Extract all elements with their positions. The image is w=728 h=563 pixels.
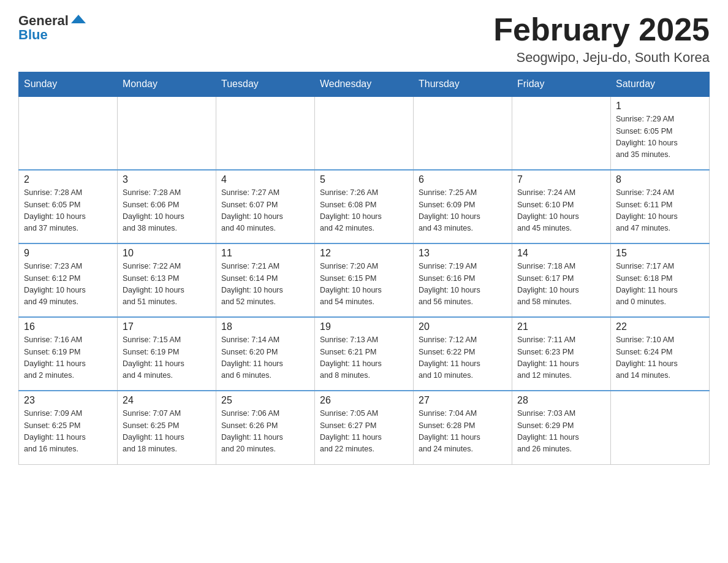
day-number: 2 <box>24 174 112 185</box>
calendar-subtitle: Seogwipo, Jeju-do, South Korea <box>493 50 710 66</box>
day-number: 1 <box>616 101 704 112</box>
weekday-header-monday: Monday <box>118 72 216 97</box>
calendar-cell: 25Sunrise: 7:06 AM Sunset: 6:26 PM Dayli… <box>216 391 315 464</box>
day-info: Sunrise: 7:28 AM Sunset: 6:06 PM Dayligh… <box>123 188 184 232</box>
day-number: 27 <box>419 395 507 406</box>
calendar-cell <box>512 96 611 170</box>
weekday-header-saturday: Saturday <box>611 72 710 97</box>
day-info: Sunrise: 7:05 AM Sunset: 6:27 PM Dayligh… <box>320 409 382 453</box>
day-number: 21 <box>517 321 605 332</box>
day-info: Sunrise: 7:15 AM Sunset: 6:19 PM Dayligh… <box>123 335 184 380</box>
logo-arrow-icon <box>70 12 87 29</box>
day-info: Sunrise: 7:03 AM Sunset: 6:29 PM Dayligh… <box>517 409 579 453</box>
calendar-cell: 17Sunrise: 7:15 AM Sunset: 6:19 PM Dayli… <box>118 317 216 391</box>
svg-marker-0 <box>71 15 86 23</box>
day-info: Sunrise: 7:25 AM Sunset: 6:09 PM Dayligh… <box>419 188 480 232</box>
day-info: Sunrise: 7:09 AM Sunset: 6:25 PM Dayligh… <box>24 409 86 453</box>
calendar-week-row: 23Sunrise: 7:09 AM Sunset: 6:25 PM Dayli… <box>19 391 710 464</box>
day-info: Sunrise: 7:23 AM Sunset: 6:12 PM Dayligh… <box>24 262 86 306</box>
calendar-cell: 26Sunrise: 7:05 AM Sunset: 6:27 PM Dayli… <box>315 391 414 464</box>
day-number: 5 <box>320 174 408 185</box>
calendar-cell: 19Sunrise: 7:13 AM Sunset: 6:21 PM Dayli… <box>315 317 414 391</box>
calendar-title: February 2025 <box>493 12 710 47</box>
calendar-cell: 7Sunrise: 7:24 AM Sunset: 6:10 PM Daylig… <box>512 170 611 243</box>
day-number: 20 <box>419 321 507 332</box>
day-number: 14 <box>517 248 605 259</box>
day-info: Sunrise: 7:12 AM Sunset: 6:22 PM Dayligh… <box>419 335 480 380</box>
day-info: Sunrise: 7:26 AM Sunset: 6:08 PM Dayligh… <box>320 188 382 232</box>
day-info: Sunrise: 7:13 AM Sunset: 6:21 PM Dayligh… <box>320 335 382 380</box>
day-number: 11 <box>221 248 309 259</box>
calendar-cell: 8Sunrise: 7:24 AM Sunset: 6:11 PM Daylig… <box>611 170 710 243</box>
day-number: 17 <box>123 321 211 332</box>
calendar-cell: 28Sunrise: 7:03 AM Sunset: 6:29 PM Dayli… <box>512 391 611 464</box>
calendar-cell: 9Sunrise: 7:23 AM Sunset: 6:12 PM Daylig… <box>19 243 118 317</box>
calendar-cell <box>19 96 118 170</box>
calendar-cell <box>216 96 315 170</box>
day-number: 12 <box>320 248 408 259</box>
calendar-week-row: 9Sunrise: 7:23 AM Sunset: 6:12 PM Daylig… <box>19 243 710 317</box>
day-info: Sunrise: 7:22 AM Sunset: 6:13 PM Dayligh… <box>123 262 184 306</box>
calendar-cell: 12Sunrise: 7:20 AM Sunset: 6:15 PM Dayli… <box>315 243 414 317</box>
day-info: Sunrise: 7:10 AM Sunset: 6:24 PM Dayligh… <box>616 335 678 380</box>
calendar-cell: 11Sunrise: 7:21 AM Sunset: 6:14 PM Dayli… <box>216 243 315 317</box>
day-number: 6 <box>419 174 507 185</box>
day-info: Sunrise: 7:06 AM Sunset: 6:26 PM Dayligh… <box>221 409 283 453</box>
day-number: 3 <box>123 174 211 185</box>
calendar-cell: 21Sunrise: 7:11 AM Sunset: 6:23 PM Dayli… <box>512 317 611 391</box>
calendar-cell <box>118 96 216 170</box>
day-number: 7 <box>517 174 605 185</box>
calendar-cell: 23Sunrise: 7:09 AM Sunset: 6:25 PM Dayli… <box>19 391 118 464</box>
logo-blue-text: Blue <box>18 27 48 43</box>
page-header: General Blue February 2025 Seogwipo, Jej… <box>18 12 710 66</box>
day-info: Sunrise: 7:07 AM Sunset: 6:25 PM Dayligh… <box>123 409 184 453</box>
day-info: Sunrise: 7:29 AM Sunset: 6:05 PM Dayligh… <box>616 115 678 159</box>
day-info: Sunrise: 7:17 AM Sunset: 6:18 PM Dayligh… <box>616 262 678 306</box>
calendar-cell <box>414 96 512 170</box>
day-info: Sunrise: 7:19 AM Sunset: 6:16 PM Dayligh… <box>419 262 480 306</box>
calendar-cell: 4Sunrise: 7:27 AM Sunset: 6:07 PM Daylig… <box>216 170 315 243</box>
day-number: 26 <box>320 395 408 406</box>
calendar-week-row: 16Sunrise: 7:16 AM Sunset: 6:19 PM Dayli… <box>19 317 710 391</box>
day-number: 22 <box>616 321 704 332</box>
calendar-cell: 15Sunrise: 7:17 AM Sunset: 6:18 PM Dayli… <box>611 243 710 317</box>
day-number: 24 <box>123 395 211 406</box>
calendar-cell: 27Sunrise: 7:04 AM Sunset: 6:28 PM Dayli… <box>414 391 512 464</box>
day-number: 15 <box>616 248 704 259</box>
calendar-cell: 13Sunrise: 7:19 AM Sunset: 6:16 PM Dayli… <box>414 243 512 317</box>
day-number: 9 <box>24 248 112 259</box>
day-info: Sunrise: 7:24 AM Sunset: 6:11 PM Dayligh… <box>616 188 678 232</box>
day-info: Sunrise: 7:20 AM Sunset: 6:15 PM Dayligh… <box>320 262 382 306</box>
weekday-header-sunday: Sunday <box>19 72 118 97</box>
logo: General Blue <box>18 12 87 43</box>
calendar-cell: 18Sunrise: 7:14 AM Sunset: 6:20 PM Dayli… <box>216 317 315 391</box>
calendar-cell: 2Sunrise: 7:28 AM Sunset: 6:05 PM Daylig… <box>19 170 118 243</box>
day-number: 10 <box>123 248 211 259</box>
day-number: 4 <box>221 174 309 185</box>
calendar-cell <box>315 96 414 170</box>
day-number: 13 <box>419 248 507 259</box>
day-number: 18 <box>221 321 309 332</box>
weekday-header-wednesday: Wednesday <box>315 72 414 97</box>
calendar-cell: 20Sunrise: 7:12 AM Sunset: 6:22 PM Dayli… <box>414 317 512 391</box>
calendar-cell: 14Sunrise: 7:18 AM Sunset: 6:17 PM Dayli… <box>512 243 611 317</box>
day-info: Sunrise: 7:27 AM Sunset: 6:07 PM Dayligh… <box>221 188 283 232</box>
day-info: Sunrise: 7:04 AM Sunset: 6:28 PM Dayligh… <box>419 409 480 453</box>
day-number: 23 <box>24 395 112 406</box>
day-info: Sunrise: 7:24 AM Sunset: 6:10 PM Dayligh… <box>517 188 579 232</box>
calendar-table: SundayMondayTuesdayWednesdayThursdayFrid… <box>18 72 710 465</box>
weekday-header-friday: Friday <box>512 72 611 97</box>
day-info: Sunrise: 7:18 AM Sunset: 6:17 PM Dayligh… <box>517 262 579 306</box>
calendar-cell: 24Sunrise: 7:07 AM Sunset: 6:25 PM Dayli… <box>118 391 216 464</box>
calendar-cell: 5Sunrise: 7:26 AM Sunset: 6:08 PM Daylig… <box>315 170 414 243</box>
day-info: Sunrise: 7:14 AM Sunset: 6:20 PM Dayligh… <box>221 335 283 380</box>
calendar-cell: 16Sunrise: 7:16 AM Sunset: 6:19 PM Dayli… <box>19 317 118 391</box>
calendar-week-row: 1Sunrise: 7:29 AM Sunset: 6:05 PM Daylig… <box>19 96 710 170</box>
day-number: 8 <box>616 174 704 185</box>
weekday-header-thursday: Thursday <box>414 72 512 97</box>
calendar-cell: 1Sunrise: 7:29 AM Sunset: 6:05 PM Daylig… <box>611 96 710 170</box>
day-info: Sunrise: 7:21 AM Sunset: 6:14 PM Dayligh… <box>221 262 283 306</box>
day-info: Sunrise: 7:11 AM Sunset: 6:23 PM Dayligh… <box>517 335 579 380</box>
calendar-cell: 6Sunrise: 7:25 AM Sunset: 6:09 PM Daylig… <box>414 170 512 243</box>
day-info: Sunrise: 7:28 AM Sunset: 6:05 PM Dayligh… <box>24 188 86 232</box>
